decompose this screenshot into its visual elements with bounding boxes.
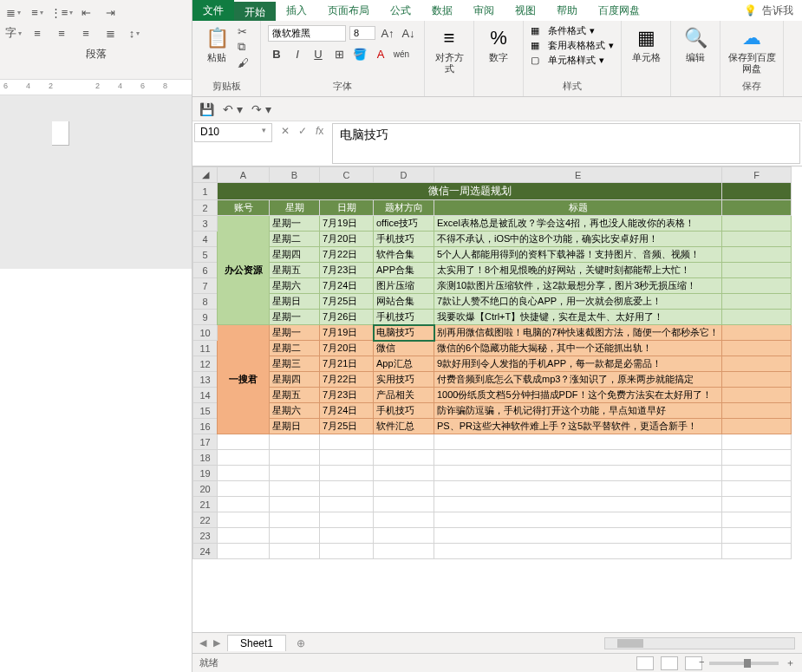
align-left-button[interactable]: ≡ <box>28 24 47 42</box>
row-header[interactable]: 13 <box>193 372 218 388</box>
row-header[interactable]: 19 <box>193 466 218 481</box>
cell[interactable] <box>270 466 320 481</box>
row-header[interactable]: 8 <box>193 294 218 310</box>
cell[interactable]: office技巧 <box>374 216 434 232</box>
line-spacing-button[interactable]: ↕ <box>125 24 144 42</box>
cell[interactable] <box>722 434 792 450</box>
cell[interactable] <box>270 450 320 466</box>
col-header[interactable]: F <box>722 167 792 183</box>
bold-button[interactable]: B <box>268 45 285 62</box>
cell[interactable] <box>218 450 270 466</box>
indent-left-button[interactable]: ⇤ <box>76 3 95 21</box>
cell[interactable] <box>320 481 374 497</box>
cancel-formula-button[interactable]: ✕ <box>281 125 290 137</box>
cell[interactable]: 软件汇总 <box>374 419 434 434</box>
numbering-button[interactable]: ≡ <box>28 3 47 21</box>
cell[interactable]: 电脑技巧 <box>374 325 434 341</box>
cell[interactable]: 7月24日 <box>320 403 374 419</box>
cell[interactable] <box>722 528 792 544</box>
cell[interactable]: 星期三 <box>270 356 320 372</box>
row-header[interactable]: 9 <box>193 310 218 325</box>
border-button[interactable]: ⊞ <box>330 45 348 62</box>
cell[interactable] <box>218 544 270 559</box>
cell[interactable]: 7月21日 <box>320 356 374 372</box>
italic-button[interactable]: I <box>289 45 306 62</box>
cell[interactable]: 防诈骗防逗骗，手机记得打开这个功能，早点知道早好 <box>434 403 722 419</box>
tab-review[interactable]: 审阅 <box>463 0 505 21</box>
cell[interactable] <box>270 434 320 450</box>
cell-styles-button[interactable]: ▢单元格样式▾ <box>531 54 614 67</box>
col-header[interactable]: C <box>320 167 374 183</box>
horizontal-scrollbar[interactable] <box>604 637 795 649</box>
col-header[interactable]: D <box>374 167 434 183</box>
tell-me-search[interactable]: 💡 告诉我 <box>735 0 802 21</box>
cell[interactable]: 手机技巧 <box>374 310 434 325</box>
cell[interactable]: 7月23日 <box>320 388 374 403</box>
left-ruler[interactable]: 6 4 2 2 4 6 8 <box>0 80 192 95</box>
tab-data[interactable]: 数据 <box>421 0 463 21</box>
save-button[interactable]: 💾 <box>199 102 214 116</box>
row-header[interactable]: 22 <box>193 512 218 528</box>
cell[interactable]: 一搜君 <box>218 325 270 434</box>
cell[interactable] <box>218 497 270 512</box>
cell[interactable]: 软件合集 <box>374 247 434 263</box>
cell[interactable] <box>270 481 320 497</box>
cells-button[interactable]: ▦ 单元格 <box>629 24 663 63</box>
cell[interactable] <box>722 388 792 403</box>
cell[interactable] <box>434 512 722 528</box>
cell[interactable] <box>320 450 374 466</box>
cell[interactable] <box>722 247 792 263</box>
cell[interactable] <box>320 497 374 512</box>
cell[interactable]: 星期四 <box>270 372 320 388</box>
cell[interactable] <box>722 356 792 372</box>
align-justify-button[interactable]: ≣ <box>101 24 120 42</box>
tab-view[interactable]: 视图 <box>505 0 546 21</box>
cell[interactable] <box>320 544 374 559</box>
format-painter-button[interactable]: 🖌 <box>238 55 253 69</box>
cell[interactable]: 7款让人赞不绝口的良心APP，用一次就会彻底爱上！ <box>434 294 722 310</box>
cell[interactable]: 太实用了！8个相见恨晚的好网站，关键时刻都能帮上大忙！ <box>434 263 722 278</box>
cell[interactable]: 7月20日 <box>320 232 374 247</box>
row-header[interactable]: 10 <box>193 325 218 341</box>
cell[interactable] <box>722 232 792 247</box>
enter-formula-button[interactable]: ✓ <box>298 125 307 137</box>
redo-button[interactable]: ↷ ▾ <box>251 102 271 116</box>
cell[interactable] <box>320 512 374 528</box>
row-header[interactable]: 16 <box>193 419 218 434</box>
cell[interactable]: 办公资源 <box>218 216 270 325</box>
decrease-font-button[interactable]: A↓ <box>400 24 417 42</box>
row-header[interactable]: 18 <box>193 450 218 466</box>
row-header[interactable]: 6 <box>193 263 218 278</box>
cell[interactable] <box>218 434 270 450</box>
cell[interactable]: 微信一周选题规划 <box>218 183 722 200</box>
align-right-button[interactable]: ≡ <box>76 24 95 42</box>
cell[interactable] <box>320 528 374 544</box>
add-sheet-button[interactable]: ⊕ <box>293 636 309 651</box>
cell[interactable]: 微信的6个隐藏功能大揭秘，其中一个还能抓出轨！ <box>434 341 722 356</box>
col-header[interactable]: A <box>218 167 270 183</box>
cell[interactable]: 亲测10款图片压缩软件，这2款最想分享，图片3秒无损压缩！ <box>434 278 722 294</box>
copy-button[interactable]: ⧉ <box>238 40 253 54</box>
cell[interactable]: 不得不承认，iOS中的这8个功能，确实比安卓好用！ <box>434 232 722 247</box>
cell[interactable] <box>722 512 792 528</box>
tab-help[interactable]: 帮助 <box>546 0 588 21</box>
row-header[interactable]: 14 <box>193 388 218 403</box>
cell[interactable] <box>434 466 722 481</box>
cell[interactable] <box>722 497 792 512</box>
font-size-select[interactable]: 8 <box>349 26 375 40</box>
cell[interactable] <box>434 481 722 497</box>
tab-insert[interactable]: 插入 <box>276 0 317 21</box>
number-format-button[interactable]: % 数字 <box>481 24 516 63</box>
cell[interactable]: 手机技巧 <box>374 403 434 419</box>
cell[interactable]: 7月22日 <box>320 372 374 388</box>
cell[interactable] <box>434 544 722 559</box>
indent-right-button[interactable]: ⇥ <box>101 3 120 21</box>
cell[interactable]: 7月23日 <box>320 263 374 278</box>
phonetic-button[interactable]: wén <box>393 45 410 62</box>
row-header[interactable]: 23 <box>193 528 218 544</box>
tab-home[interactable]: 开始 <box>234 0 276 21</box>
row-header[interactable]: 1 <box>193 183 218 200</box>
cell[interactable] <box>434 434 722 450</box>
bullets-button[interactable]: ≣ <box>3 3 23 21</box>
cell[interactable]: 7月25日 <box>320 419 374 434</box>
